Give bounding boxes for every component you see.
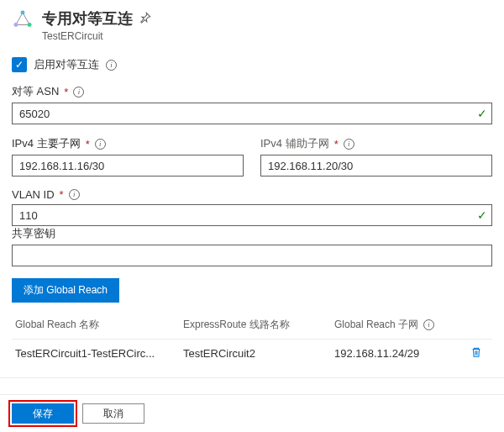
page-title: 专用对等互连 bbox=[42, 8, 133, 29]
info-icon[interactable]: i bbox=[69, 189, 80, 200]
peer-asn-field: 对等 ASN * i ✓ bbox=[12, 84, 492, 124]
peer-asn-label: 对等 ASN bbox=[12, 84, 59, 99]
peer-asn-input[interactable] bbox=[12, 103, 492, 124]
cancel-button[interactable]: 取消 bbox=[82, 403, 144, 424]
ipv4-primary-label: IPv4 主要子网 bbox=[12, 136, 81, 151]
peering-icon bbox=[12, 8, 34, 33]
header: 专用对等互连 TestERCircuit bbox=[0, 0, 504, 47]
enable-peering-label: 启用对等互连 bbox=[34, 57, 99, 72]
ipv4-secondary-label: IPv4 辅助子网 bbox=[260, 136, 329, 151]
vlan-id-label: VLAN ID bbox=[12, 188, 55, 201]
subtitle: TestERCircuit bbox=[42, 30, 151, 42]
table-header-row: Global Reach 名称 ExpressRoute 线路名称 Global… bbox=[12, 311, 492, 339]
check-icon: ✓ bbox=[477, 208, 487, 222]
col-header-circuit: ExpressRoute 线路名称 bbox=[183, 318, 334, 332]
delete-icon[interactable] bbox=[470, 346, 482, 361]
svg-point-1 bbox=[13, 23, 18, 27]
info-icon[interactable]: i bbox=[344, 139, 354, 150]
col-header-name: Global Reach 名称 bbox=[15, 318, 183, 332]
enable-peering-row: ✓ 启用对等互连 i bbox=[12, 57, 492, 72]
info-icon[interactable]: i bbox=[73, 87, 84, 97]
save-button[interactable]: 保存 bbox=[12, 403, 74, 424]
required-marker: * bbox=[60, 188, 64, 201]
col-header-subnet: Global Reach 子网 i bbox=[334, 318, 464, 332]
shared-key-field: 共享密钥 bbox=[12, 226, 492, 266]
required-marker: * bbox=[64, 86, 68, 98]
required-marker: * bbox=[86, 138, 90, 150]
cell-name: TestERCircuit1-TestERCirc... bbox=[15, 347, 183, 360]
footer: 保存 取消 bbox=[0, 394, 504, 432]
info-icon[interactable]: i bbox=[423, 319, 434, 330]
required-marker: * bbox=[334, 138, 339, 150]
svg-point-2 bbox=[28, 23, 32, 27]
svg-point-0 bbox=[21, 10, 25, 14]
table-row: TestERCircuit1-TestERCirc... TestERCircu… bbox=[12, 339, 492, 367]
shared-key-label: 共享密钥 bbox=[12, 226, 55, 241]
cell-subnet: 192.168.11.24/29 bbox=[334, 347, 464, 360]
ipv4-secondary-input[interactable] bbox=[260, 155, 492, 176]
ipv4-primary-input[interactable] bbox=[12, 155, 244, 176]
pin-icon[interactable] bbox=[139, 12, 151, 26]
add-global-reach-button[interactable]: 添加 Global Reach bbox=[12, 278, 119, 303]
ipv4-secondary-field: IPv4 辅助子网 * i bbox=[260, 136, 492, 176]
col-header-subnet-label: Global Reach 子网 bbox=[334, 318, 418, 332]
ipv4-primary-field: IPv4 主要子网 * i bbox=[12, 136, 244, 176]
cell-circuit: TestERCircuit2 bbox=[183, 347, 334, 360]
shared-key-input[interactable] bbox=[12, 245, 492, 266]
check-icon: ✓ bbox=[477, 107, 487, 120]
vlan-id-field: VLAN ID * i ✓ bbox=[12, 188, 492, 226]
vlan-id-input[interactable] bbox=[12, 204, 492, 226]
info-icon[interactable]: i bbox=[106, 60, 117, 71]
enable-peering-checkbox[interactable]: ✓ bbox=[12, 57, 27, 72]
divider bbox=[0, 377, 504, 378]
global-reach-table: Global Reach 名称 ExpressRoute 线路名称 Global… bbox=[12, 311, 492, 367]
info-icon[interactable]: i bbox=[95, 139, 106, 150]
